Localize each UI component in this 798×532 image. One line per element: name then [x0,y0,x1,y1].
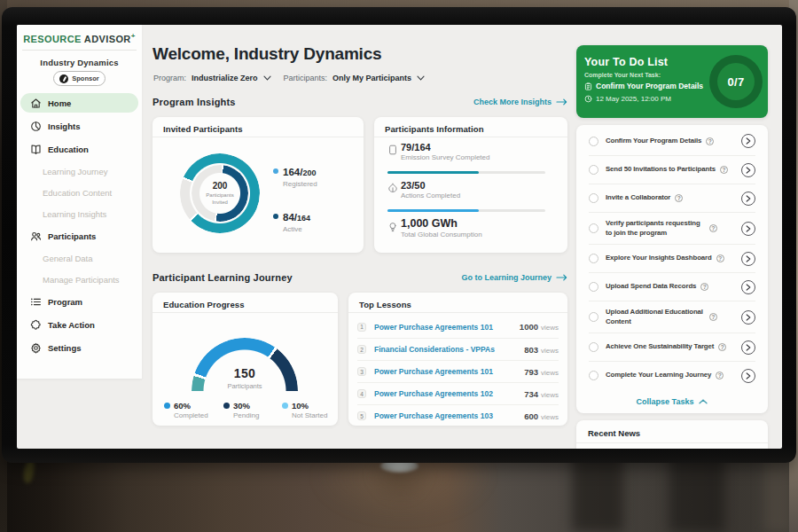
task-go-button[interactable] [741,192,755,206]
todo-next-task: Confirm Your Program Details [584,82,703,90]
legend-dot [273,214,278,219]
lesson-link[interactable]: Power Purchase Agreements 101 [374,323,493,332]
filter-label: Participants: [284,74,328,82]
sponsor-icon [59,74,68,83]
help-icon[interactable]: ? [709,313,717,321]
global-consumption-row: 1,000 GWh Total Global Consumption [387,217,556,239]
collapse-tasks-link[interactable]: Collapse Tasks [576,397,768,406]
task-checkbox[interactable] [589,282,598,292]
task-go-button[interactable] [741,340,755,355]
filters-row: Program: Industrialize Zero Participants… [153,71,425,85]
task-go-button[interactable] [741,310,755,325]
help-icon[interactable]: ? [709,224,717,232]
sidebar-item-settings[interactable]: Settings [20,338,138,357]
check-more-insights-link[interactable]: Check More Insights [473,98,567,106]
link-label: Check More Insights [473,98,552,106]
legend-percent: 10% [292,401,309,411]
help-icon[interactable]: ? [700,283,708,291]
task-checkbox[interactable] [589,193,598,203]
sidebar-item-general-data[interactable]: General Data [20,249,138,268]
views-number: 803 [515,345,538,355]
help-icon[interactable]: ? [716,254,724,262]
home-icon [30,98,42,109]
todo-column: Your To Do List Complete Your Next Task:… [576,25,768,449]
task-checkbox[interactable] [589,254,598,263]
arrow-right-icon [556,274,567,281]
legend-active: 84/164 Active [273,208,317,233]
participants-filter[interactable]: Participants: Only My Participants [284,74,426,82]
task-checkbox[interactable] [589,137,598,146]
task-go-button[interactable] [741,222,755,236]
task-go-button[interactable] [741,369,755,383]
task-row: Upload Additional Educational Content ? [589,301,755,332]
task-checkbox[interactable] [589,223,598,233]
task-checkbox[interactable] [589,342,598,352]
task-go-button[interactable] [741,252,755,266]
go-to-learning-journey-link[interactable]: Go to Learning Journey [461,273,567,282]
sponsor-badge: Sponsor [53,71,106,86]
task-label: Send 50 Invitations to Participants [606,165,716,175]
sidebar-item-learning-journey[interactable]: Learning Journey [20,162,138,181]
legend-label: Registered [283,180,317,188]
legend-completed: 60% Completed [164,401,223,419]
collapse-label: Collapse Tasks [637,397,694,406]
legend-label: Completed [174,411,223,419]
lesson-link[interactable]: Power Purchase Agreements 103 [374,411,493,420]
task-checkbox[interactable] [589,371,598,380]
progress-fill [387,209,479,212]
logo-plus: + [131,32,136,40]
sidebar-item-learning-insights[interactable]: Learning Insights [20,205,138,223]
monitor-stand-shadow [368,468,432,504]
section-title: Program Insights [153,97,236,107]
help-icon[interactable]: ? [706,137,714,145]
legend-line: 30% [223,401,282,411]
nav-label: Participants [48,231,96,241]
lesson-link[interactable]: Power Purchase Agreements 101 [374,367,493,376]
sidebar-item-home[interactable]: Home [20,93,138,113]
task-checkbox[interactable] [589,165,598,175]
sidebar-item-insights[interactable]: Insights [20,116,138,136]
lesson-link[interactable]: Power Purchase Agreements 102 [374,389,493,398]
help-icon[interactable]: ? [716,372,724,379]
org-name: Industry Dynamics [17,58,142,67]
legend-value: 164/200 [283,163,316,179]
help-icon[interactable]: ? [718,343,726,351]
help-icon[interactable]: ? [675,194,683,202]
task-label: Achieve One Sustainability Target [606,342,714,352]
divider [22,50,137,51]
sidebar-item-take-action[interactable]: Take Action [20,315,138,334]
program-filter[interactable]: Program: Industrialize Zero [153,74,271,82]
sidebar-item-participants[interactable]: Participants [20,226,138,246]
donut-center-label: Participants Invited [206,192,233,206]
nav-label: Take Action [48,320,95,330]
arrow-right-icon [556,98,567,106]
donut-legend: 164/200 Registered 84/164 Active [273,163,317,254]
gauge-center: 150 Participants [192,366,298,390]
app-logo: RESOURCE ADVISOR+ [17,32,142,44]
progress-fill [387,171,479,174]
legend-numerator: 84/ [283,212,297,223]
legend-dot [273,168,278,174]
task-go-button[interactable] [741,134,755,148]
task-row: Confirm Your Program Details ? [589,127,755,155]
metric-value: 79/164 [401,142,556,153]
sidebar-item-manage-participants[interactable]: Manage Participants [20,270,138,289]
todo-hero-card: Your To Do List Complete Your Next Task:… [576,45,768,118]
photo-background: RESOURCE ADVISOR+ Industry Dynamics Spon… [0,0,798,532]
legend-line: 84/164 [273,208,317,224]
task-go-button[interactable] [741,163,755,177]
lesson-link[interactable]: Financial Considerations - VPPAs [374,345,495,354]
sidebar-item-education-content[interactable]: Education Content [20,184,138,202]
sidebar-item-education[interactable]: Education [20,139,138,159]
metric-label: Emission Survey Completed [401,153,556,161]
lesson-row: 5 Power Purchase Agreements 103 600views [357,404,559,426]
legend-line: 10% [282,401,327,411]
nav-label: Education [48,145,89,154]
help-icon[interactable]: ? [720,166,728,174]
task-go-button[interactable] [741,280,755,294]
legend-denominator: 200 [302,168,316,177]
legend-dot [164,403,170,409]
task-row: Verify participants requesting to join t… [589,212,755,244]
task-checkbox[interactable] [589,312,598,322]
sidebar-item-program[interactable]: Program [20,292,138,311]
